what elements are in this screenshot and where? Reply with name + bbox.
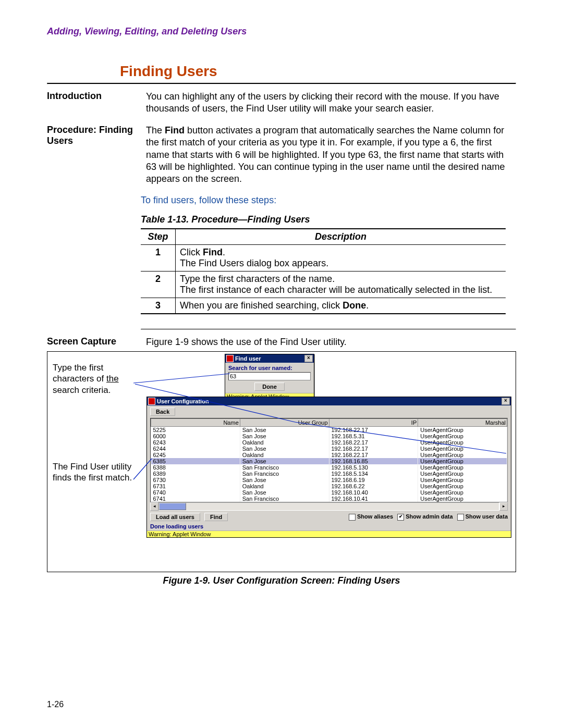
find-user-titlebar[interactable]: Find user × [225,354,314,363]
back-button[interactable]: Back [150,408,175,416]
applet-warning: Warning: Applet Window [147,530,511,537]
svg-line-0 [133,374,230,383]
show-user-checkbox[interactable] [457,514,464,521]
annotation-type-chars: Type the first characters of the search … [53,362,141,396]
table-header-desc: Description [176,229,506,245]
table-row[interactable]: 6244San Jose192.168.22.17UserAgentGroup [151,446,507,452]
app-icon [226,355,234,362]
intro-label: Introduction [47,91,146,115]
step-number: 1 [141,244,176,271]
user-config-window: User Configuration × Back Name User Grou… [146,397,511,538]
table-row: 2 Type the first characters of the name.… [141,271,506,298]
col-name[interactable]: Name [151,419,240,427]
step-desc: Click Find. The Find Users dialog box ap… [176,244,506,271]
table-caption: Table 1-13. Procedure—Finding Users [141,214,516,225]
screen-capture-intro: Figure 1-9 shows the use of the Find Use… [146,336,516,348]
procedure-body: The Find button activates a program that… [146,125,516,186]
user-config-titlebar[interactable]: User Configuration × [147,397,511,405]
procedure-body-prefix: The [146,125,165,135]
table-row: 3 When you are finished searching, click… [141,298,506,314]
section-title: Finding Users [120,63,516,80]
table-row[interactable]: 6741San Francisco192.168.10.41UserAgentG… [151,496,507,502]
col-group[interactable]: User Group [240,419,329,427]
close-icon[interactable]: × [304,355,313,362]
title-rule [47,83,516,84]
table-row[interactable]: 6243Oakland192.168.22.17UserAgentGroup [151,439,507,446]
annotation-first-match: The Find User utility finds the first ma… [53,461,141,484]
procedure-body-suffix: button activates a program that automati… [146,125,505,184]
show-aliases-label: Show aliases [357,513,393,520]
user-config-title: User Configuration [157,398,209,404]
table-row[interactable]: 6730San Jose192.168.6.19UserAgentGroup [151,477,507,483]
col-ip[interactable]: IP [329,419,418,427]
show-admin-checkbox[interactable]: ✔ [397,514,404,521]
figure-box: Type the first characters of the search … [47,351,516,572]
search-input[interactable] [228,372,311,380]
figure-caption: Figure 1-9. User Configuration Screen: F… [47,575,516,586]
step-desc: Type the first characters of the name. T… [176,271,506,298]
table-row[interactable]: 6731Oakland192.168.6.22UserAgentGroup [151,483,507,489]
close-icon[interactable]: × [501,398,510,405]
status-text: Done loading users [147,523,511,530]
scroll-left-icon[interactable]: ◂ [150,502,158,511]
step-number: 2 [141,271,176,298]
user-grid[interactable]: Name User Group IP Marshal 5225San Jose1… [150,418,508,502]
page-number: 1-26 [47,700,64,709]
table-row[interactable]: 5225San Jose192.168.22.17UserAgentGroup [151,427,507,434]
scroll-right-icon[interactable]: ▸ [499,502,508,511]
table-row: 1 Click Find. The Find Users dialog box … [141,244,506,271]
app-icon [148,398,155,405]
instruction-line: To find users, follow these steps: [141,195,516,206]
show-user-label: Show user data [466,513,508,520]
table-row[interactable]: 6000San Jose192.168.5.31UserAgentGroup [151,433,507,439]
procedure-label: Procedure: Finding Users [47,125,146,186]
screen-capture-label: Screen Capture [47,336,146,348]
show-admin-label: Show admin data [406,513,452,520]
find-button[interactable]: Find [204,513,228,521]
find-user-title: Find user [235,355,261,362]
load-all-users-button[interactable]: Load all users [150,513,200,521]
scroll-track[interactable] [158,502,499,511]
table-row[interactable]: 6388San Francisco192.168.5.130UserAgentG… [151,464,507,471]
procedure-table: Step Description 1 Click Find. The Find … [141,228,506,314]
running-header: Adding, Viewing, Editing, and Deleting U… [47,26,516,37]
show-aliases-checkbox[interactable] [349,514,356,521]
table-header-step: Step [141,229,176,245]
done-button[interactable]: Done [254,382,285,391]
table-row[interactable]: 6385San Jose192.168.16.85UserAgentGroup [151,458,507,464]
scroll-thumb[interactable] [159,503,186,510]
horizontal-scrollbar[interactable]: ◂ ▸ [150,502,508,511]
table-row[interactable]: 6389San Francisco192.168.5.134UserAgentG… [151,471,507,477]
intro-body: You can highlight any of the users by cl… [146,91,516,115]
find-user-dialog: Find user × Search for user named: Done … [225,354,314,400]
step-number: 3 [141,298,176,314]
step-desc: When you are finished searching, click D… [176,298,506,314]
thin-rule [141,329,516,330]
procedure-body-bold: Find [165,125,185,135]
col-marshal[interactable]: Marshal [418,419,507,427]
table-row[interactable]: 6740San Jose192.168.10.40UserAgentGroup [151,489,507,496]
table-row[interactable]: 6245Oakland192.168.22.17UserAgentGroup [151,452,507,458]
search-label: Search for user named: [228,365,311,371]
